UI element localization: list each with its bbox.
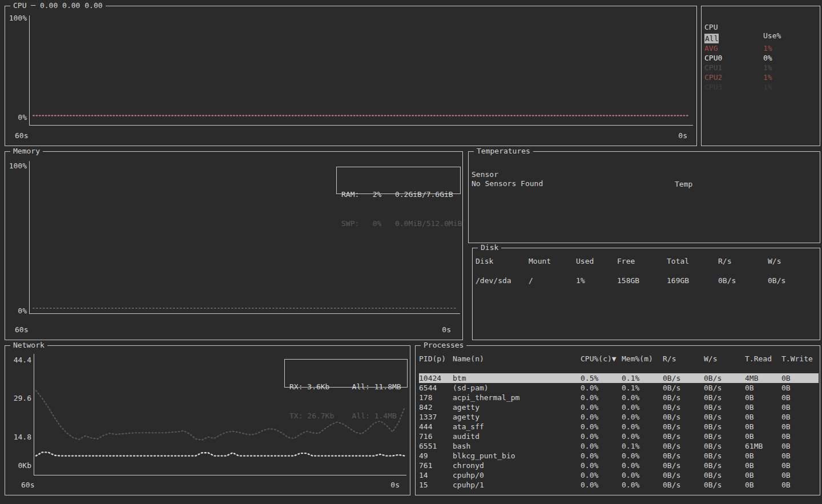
pccell-3: 0.1% bbox=[622, 383, 663, 393]
network-panel[interactable]: Network 44.429.614.80Kb 60s 0s RX: 3.6Kb… bbox=[5, 345, 410, 495]
pccell-7: 0B bbox=[781, 393, 819, 402]
pccell-2: 0.5% bbox=[581, 373, 622, 383]
cpu-usage-chart bbox=[29, 15, 693, 126]
pccell-2: 0.0% bbox=[581, 383, 622, 393]
pccell-0: 842 bbox=[419, 402, 453, 412]
network-legend-tx: TX: 26.7Kb All: 1.4MB bbox=[289, 411, 402, 421]
cpu-legend-row-cpu0[interactable]: CPU00% bbox=[704, 53, 817, 63]
disk-panel-title: Disk bbox=[478, 243, 501, 252]
temp-col-temp[interactable]: Temp bbox=[675, 179, 692, 189]
table-row[interactable]: 49blkcg_punt_bio0.0%0.0%0B/s0B/s0B0B bbox=[419, 451, 819, 461]
pccell-5: 0B/s bbox=[704, 461, 745, 470]
dccol-header-5[interactable]: R/s bbox=[718, 256, 768, 266]
cpu-core-use-value: 1% bbox=[763, 63, 772, 72]
table-row[interactable]: 14cpuhp/00.0%0.0%0B/s0B/s0B0B bbox=[419, 470, 819, 480]
pccell-7: 0B bbox=[781, 422, 819, 432]
temperatures-panel[interactable]: Temperatures Sensor Temp No Sensors Foun… bbox=[468, 151, 820, 243]
pccol-header-0[interactable]: PID(p) bbox=[419, 354, 453, 364]
dccol-header-4[interactable]: Total bbox=[667, 256, 718, 266]
network-y-tick-label: 14.8 bbox=[5, 433, 31, 441]
cpu-legend-col-cpu: CPU bbox=[704, 23, 718, 31]
table-row[interactable]: /dev/sda/1%158GB169GB0B/s0B/s bbox=[476, 276, 819, 285]
cpu-core-label: CPU1 bbox=[704, 63, 722, 72]
pccell-1: (sd-pam) bbox=[453, 383, 581, 393]
pccell-3: 0.0% bbox=[622, 451, 663, 461]
pccol-header-7[interactable]: T.Write bbox=[781, 354, 819, 364]
pccell-7: 0B bbox=[781, 441, 819, 451]
table-row[interactable]: 10424btm0.5%0.1%0B/s0B/s4MB0B bbox=[419, 373, 819, 383]
dccol-header-3[interactable]: Free bbox=[617, 256, 667, 266]
cpu-chart-panel[interactable]: CPU ─ 0.00 0.00 0.00 100% 0% 60s 0s bbox=[5, 6, 697, 146]
cpu-legend-row-cpu1[interactable]: CPU11% bbox=[704, 63, 817, 72]
processes-panel-title: Processes bbox=[421, 341, 466, 349]
cpu-x-left-label: 60s bbox=[15, 131, 28, 140]
pccell-6: 0B bbox=[745, 402, 781, 412]
cpu-legend-row-cpu2[interactable]: CPU21% bbox=[704, 72, 817, 82]
memory-legend-swap: SWP: 0% 0.0MiB/512.0MiB bbox=[341, 219, 456, 228]
pccell-4: 0B/s bbox=[663, 422, 704, 432]
cpu-core-label: CPU2 bbox=[704, 72, 722, 82]
pccell-2: 0.0% bbox=[581, 461, 622, 470]
table-row[interactable]: 716auditd0.0%0.0%0B/s0B/s0B0B bbox=[419, 432, 819, 441]
pccell-4: 0B/s bbox=[663, 451, 704, 461]
pccell-6: 4MB bbox=[745, 373, 781, 383]
cpu-legend-row-avg[interactable]: AVG1% bbox=[704, 43, 817, 53]
processes-header-row: PID(p)Name(n)CPU%(c)▼Mem%(m)R/sW/sT.Read… bbox=[419, 354, 819, 364]
pccell-1: cpuhp/1 bbox=[453, 480, 581, 490]
table-row[interactable]: 6551bash0.0%0.1%0B/s0B/s61MB0B bbox=[419, 441, 819, 451]
pccell-2: 0.0% bbox=[581, 432, 622, 441]
pccol-header-5[interactable]: W/s bbox=[704, 354, 745, 364]
cpu-legend-rows: AllAVG1%CPU00%CPU11%CPU21%CPU31% bbox=[704, 34, 817, 92]
pccell-3: 0.1% bbox=[622, 373, 663, 383]
pccell-1: btm bbox=[453, 373, 581, 383]
pccell-4: 0B/s bbox=[663, 412, 704, 422]
network-legend-box: RX: 3.6Kb All: 11.8MB TX: 26.7Kb All: 1.… bbox=[284, 359, 408, 388]
memory-x-right-label: 0s bbox=[442, 325, 451, 334]
cpu-legend-row-cpu3[interactable]: CPU31% bbox=[704, 82, 817, 92]
pccell-4: 0B/s bbox=[663, 461, 704, 470]
dccol-header-1[interactable]: Mount bbox=[529, 256, 576, 266]
pccell-0: 6544 bbox=[419, 383, 453, 393]
cpu-legend-row-all[interactable]: All bbox=[704, 34, 817, 43]
pccol-header-2[interactable]: CPU%(c)▼ bbox=[581, 354, 622, 364]
pccell-0: 716 bbox=[419, 432, 453, 441]
table-row[interactable]: 178acpi_thermal_pm0.0%0.0%0B/s0B/s0B0B bbox=[419, 393, 819, 402]
processes-panel[interactable]: Processes PID(p)Name(n)CPU%(c)▼Mem%(m)R/… bbox=[415, 345, 820, 495]
dccell-6: 0B/s bbox=[768, 276, 816, 285]
pccell-6: 0B bbox=[745, 422, 781, 432]
pccell-5: 0B/s bbox=[704, 393, 745, 402]
cpu-panel-title: CPU ─ 0.00 0.00 0.00 bbox=[10, 1, 106, 10]
memory-panel[interactable]: Memory 100% 0% 60s 0s RAM: 2% 0.2GiB/7.6… bbox=[5, 151, 463, 340]
table-row[interactable]: 15cpuhp/10.0%0.0%0B/s0B/s0B0B bbox=[419, 480, 819, 490]
table-row[interactable]: 842agetty0.0%0.0%0B/s0B/s0B0B bbox=[419, 402, 819, 412]
dccol-header-2[interactable]: Used bbox=[576, 256, 617, 266]
pccell-4: 0B/s bbox=[663, 441, 704, 451]
dccell-2: 1% bbox=[576, 276, 617, 285]
dccol-header-0[interactable]: Disk bbox=[476, 256, 529, 266]
pccol-header-1[interactable]: Name(n) bbox=[453, 354, 581, 364]
pccell-3: 0.0% bbox=[622, 461, 663, 470]
pccell-4: 0B/s bbox=[663, 470, 704, 480]
table-row[interactable]: 444ata_sff0.0%0.0%0B/s0B/s0B0B bbox=[419, 422, 819, 432]
pccell-6: 0B bbox=[745, 412, 781, 422]
memory-x-left-label: 60s bbox=[15, 325, 28, 334]
pccell-6: 0B bbox=[745, 383, 781, 393]
pccol-header-6[interactable]: T.Read bbox=[745, 354, 781, 364]
memory-panel-title: Memory bbox=[10, 147, 43, 155]
pccell-0: 14 bbox=[419, 470, 453, 480]
dccol-header-6[interactable]: W/s bbox=[768, 256, 816, 266]
table-row[interactable]: 6544(sd-pam)0.0%0.1%0B/s0B/s0B0B bbox=[419, 383, 819, 393]
dccell-1: / bbox=[529, 276, 576, 285]
pccell-4: 0B/s bbox=[663, 402, 704, 412]
network-y-tick-label: 0Kb bbox=[5, 461, 31, 470]
table-row[interactable]: 1337agetty0.0%0.0%0B/s0B/s0B0B bbox=[419, 412, 819, 422]
pccell-4: 0B/s bbox=[663, 373, 704, 383]
pccell-1: auditd bbox=[453, 432, 581, 441]
cpu-legend-panel[interactable]: CPU Use% AllAVG1%CPU00%CPU11%CPU21%CPU31… bbox=[701, 6, 820, 146]
disk-header-row: DiskMountUsedFreeTotalR/sW/s bbox=[476, 256, 819, 266]
table-row[interactable]: 761chronyd0.0%0.0%0B/s0B/s0B0B bbox=[419, 461, 819, 470]
pccol-header-4[interactable]: R/s bbox=[663, 354, 704, 364]
temp-col-sensor[interactable]: Sensor bbox=[472, 170, 498, 179]
pccol-header-3[interactable]: Mem%(m) bbox=[622, 354, 663, 364]
disk-panel[interactable]: Disk DiskMountUsedFreeTotalR/sW/s /dev/s… bbox=[472, 248, 820, 340]
